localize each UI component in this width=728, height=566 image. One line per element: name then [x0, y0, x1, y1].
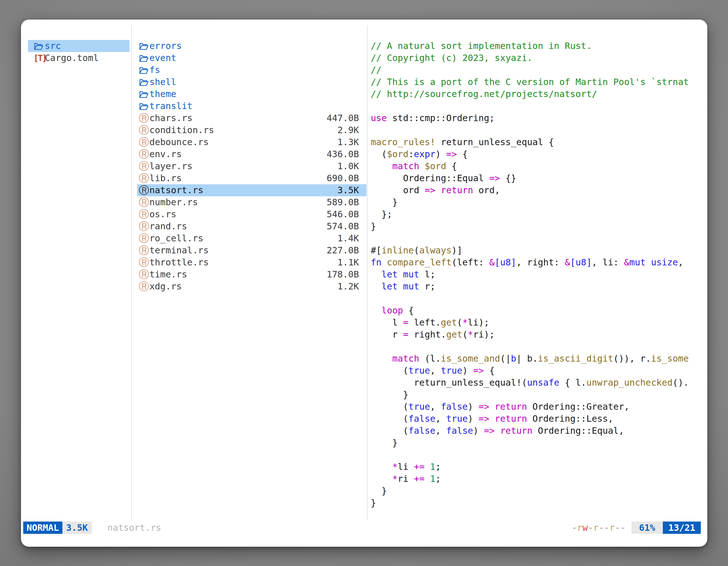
file-row[interactable]: Ⓡcondition.rs2.9K: [137, 124, 367, 136]
file-row[interactable]: shell: [137, 76, 367, 88]
code-token: compare_left: [387, 257, 452, 268]
file-row[interactable]: Ⓡxdg.rs1.2K: [137, 281, 367, 292]
rust-file-icon: Ⓡ: [139, 209, 149, 220]
code-token: true: [441, 365, 462, 376]
file-row[interactable]: Ⓡro_cell.rs1.4K: [137, 233, 367, 245]
code-token: let: [382, 281, 398, 292]
code-token: [u8]: [570, 257, 592, 268]
folder-open-icon: [139, 102, 149, 111]
code-token: false: [408, 413, 435, 424]
file-icon-slot: [137, 78, 149, 87]
code-token: }: [371, 389, 408, 400]
code-token: =>: [473, 365, 484, 376]
file-name: fs: [149, 64, 160, 76]
status-filename: natsort.rs: [107, 522, 161, 534]
file-row[interactable]: Ⓡnatsort.rs3.5K: [137, 184, 367, 196]
rust-file-icon: Ⓡ: [139, 197, 149, 208]
file-row[interactable]: Ⓡenv.rs436.0B: [137, 148, 367, 160]
code-token: , right:: [516, 257, 565, 268]
code-line: }: [371, 220, 702, 233]
code-token: (: [371, 425, 408, 436]
file-row[interactable]: Ⓡnumber.rs589.0B: [137, 196, 367, 208]
file-size: 1.1K: [337, 257, 367, 269]
code-token: ,: [678, 257, 683, 268]
code-token: )]: [452, 245, 462, 256]
code-token: ord: [371, 185, 425, 196]
file-row[interactable]: Ⓡchars.rs447.0B: [137, 112, 367, 124]
file-row[interactable]: fs: [137, 64, 367, 76]
code-token: use: [371, 113, 387, 123]
code-line: [371, 292, 702, 304]
code-token: (: [371, 365, 408, 376]
code-token: $ord: [425, 161, 446, 172]
file-icon-slot: Ⓡ: [137, 281, 149, 292]
file-size: 227.0B: [327, 245, 367, 257]
code-line: // http://sourcefrog.net/projects/natsor…: [371, 88, 702, 100]
code-token: [489, 401, 495, 412]
code-line: match $ord {: [371, 160, 702, 172]
code-token: ): [462, 365, 473, 376]
cursor-position-badge: 13/21: [663, 522, 701, 534]
code-token: false: [446, 425, 473, 436]
code-token: li: [398, 461, 414, 472]
code-token: +=: [414, 473, 425, 484]
code-line: *li += 1;: [371, 461, 702, 473]
code-token: 1: [430, 461, 435, 472]
code-token: true: [408, 401, 430, 412]
file-name: layer.rs: [149, 160, 192, 172]
rust-file-icon: Ⓡ: [139, 125, 149, 135]
file-row[interactable]: Ⓡlayer.rs1.0K: [137, 160, 367, 172]
code-token: }: [371, 437, 398, 448]
file-row[interactable]: Ⓡterminal.rs227.0B: [137, 245, 367, 257]
code-line: }: [371, 437, 702, 449]
file-icon-slot: Ⓡ: [137, 161, 149, 172]
file-name: event: [149, 52, 176, 64]
rust-file-icon: Ⓡ: [139, 233, 149, 244]
file-icon-slot: [137, 41, 149, 51]
code-token: [371, 161, 392, 172]
code-token: match: [392, 161, 419, 172]
file-row[interactable]: src: [28, 40, 130, 52]
file-row[interactable]: event: [137, 52, 367, 64]
code-token: unsafe: [527, 377, 560, 388]
code-token: [419, 161, 424, 172]
code-token: (: [414, 245, 419, 256]
code-token: [371, 353, 392, 364]
folder-open-icon: [139, 41, 149, 51]
code-token: ): [468, 413, 479, 424]
file-size: 2.9K: [337, 124, 367, 136]
code-token: // This is a port of the C version of Ma…: [371, 77, 689, 87]
code-line: }: [371, 485, 702, 497]
file-row[interactable]: Ⓡrand.rs574.0B: [137, 220, 367, 233]
code-token: fn: [371, 257, 382, 268]
code-token: // A natural sort implementation in Rust…: [371, 41, 592, 51]
file-row[interactable]: Ⓡthrottle.rs1.1K: [137, 257, 367, 269]
code-token: l;: [419, 269, 435, 280]
file-row[interactable]: Ⓡdebounce.rs1.3K: [137, 136, 367, 148]
code-token: *: [468, 329, 473, 340]
file-row[interactable]: Ⓡos.rs546.0B: [137, 208, 367, 220]
code-token: //: [371, 65, 382, 75]
yazi-file-manager-window: src[T]Cargo.toml errorseventfsshelltheme…: [21, 20, 707, 547]
code-token: :: [408, 149, 414, 159]
code-token: r: [371, 329, 403, 340]
code-token: [382, 257, 387, 268]
file-row[interactable]: translit: [137, 100, 367, 112]
rust-file-icon: Ⓡ: [139, 113, 149, 123]
status-bar: NORMAL 3.5K natsort.rs -rw-r--r-- 61% 13…: [23, 522, 701, 534]
file-row[interactable]: errors: [137, 40, 367, 52]
code-token: =>: [478, 413, 489, 424]
permission-char: r: [593, 522, 598, 533]
file-row[interactable]: Ⓡtime.rs178.0B: [137, 269, 367, 281]
code-token: ): [473, 425, 484, 436]
code-token: let: [382, 269, 398, 280]
code-line: [371, 233, 702, 245]
code-token: =>: [425, 185, 436, 196]
code-token: unwrap_unchecked: [586, 377, 673, 388]
code-token: ().: [673, 377, 689, 388]
permission-char: -: [572, 522, 577, 533]
file-row[interactable]: Ⓡlib.rs690.0B: [137, 172, 367, 184]
file-row[interactable]: [T]Cargo.toml: [28, 52, 130, 64]
code-line: [371, 100, 702, 112]
file-row[interactable]: theme: [137, 88, 367, 100]
